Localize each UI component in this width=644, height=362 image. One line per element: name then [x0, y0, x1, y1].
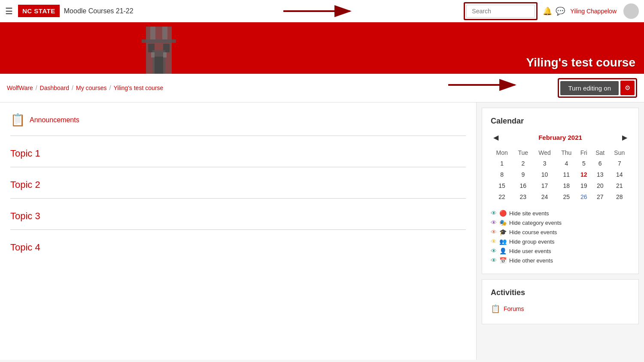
cal-day-17: 17 [533, 180, 556, 191]
hero-banner: Yiling's test course [0, 22, 644, 74]
calendar-next-btn[interactable]: ▶ [620, 133, 630, 142]
calendar-month-year: February 2021 [538, 134, 582, 141]
cal-day-9: 9 [513, 169, 533, 180]
search-input[interactable] [466, 5, 535, 18]
cal-header-thu: Thu [556, 148, 577, 158]
cal-day-19: 19 [577, 180, 591, 191]
cal-day-7: 7 [609, 158, 630, 169]
cal-day-13: 13 [591, 169, 609, 180]
activities-title: Activities [491, 288, 630, 297]
svg-rect-10 [163, 52, 167, 57]
site-title: Moodle Courses 21-22 [64, 7, 134, 15]
cal-legend-item-1[interactable]: 👁🎭Hide category events [491, 218, 630, 227]
cal-legend-type-icon-5: 📅 [499, 257, 507, 264]
main-content: 📋 Announcements Topic 1 Topic 2 Topic 3 … [0, 103, 644, 360]
cal-day-14: 14 [609, 169, 630, 180]
cal-legend-eye-5: 👁 [491, 257, 497, 264]
cal-legend-item-2[interactable]: 👁🎓Hide course events [491, 227, 630, 237]
cal-day-11: 11 [556, 169, 577, 180]
course-content: 📋 Announcements Topic 1 Topic 2 Topic 3 … [0, 103, 477, 360]
cal-day-21: 21 [609, 180, 630, 191]
cal-legend-item-5[interactable]: 👁📅Hide other events [491, 256, 630, 265]
gear-settings-button[interactable]: ⚙ [620, 81, 635, 95]
topic-title-3: Topic 3 [10, 211, 40, 221]
turn-editing-button[interactable]: Turn editing on [560, 81, 619, 95]
calendar-widget: Calendar ◀ February 2021 ▶ Mon Tue Wed T… [482, 108, 639, 274]
cal-legend-type-icon-3: 👥 [499, 238, 507, 245]
user-name[interactable]: Yiling Chappelow [570, 8, 617, 15]
cal-legend-type-icon-0: 🔴 [499, 210, 507, 217]
cal-day-28: 28 [609, 191, 630, 202]
search-box-wrapper [464, 2, 538, 20]
calendar-title: Calendar [491, 117, 630, 126]
breadcrumb-sep-1: / [36, 84, 37, 91]
cal-legend-label-1: Hide category events [509, 220, 562, 226]
breadcrumb: WolfWare / Dashboard / My courses / Yili… [7, 84, 163, 91]
calendar-table: Mon Tue Wed Thu Fri Sat Sun 123456789101… [491, 148, 630, 202]
cal-legend-eye-0: 👁 [491, 210, 497, 217]
cal-day-8: 8 [491, 169, 513, 180]
cal-day-2: 2 [513, 158, 533, 169]
svg-rect-11 [155, 57, 163, 74]
cal-day-27: 27 [591, 191, 609, 202]
turn-editing-wrapper: Turn editing on ⚙ [558, 78, 637, 98]
user-avatar[interactable] [623, 3, 639, 19]
navbar: ☰ NC STATE Moodle Courses 21-22 🔔 💬 Yili… [0, 0, 644, 22]
cal-day-10: 10 [533, 169, 556, 180]
cal-legend-label-3: Hide group events [509, 238, 555, 245]
cal-day-16: 16 [513, 180, 533, 191]
svg-rect-4 [150, 27, 155, 39]
calendar-nav: ◀ February 2021 ▶ [491, 133, 630, 142]
cal-legend-type-icon-2: 🎓 [499, 229, 507, 235]
activity-forums[interactable]: 📋 Forums [491, 302, 630, 315]
search-arrow-annotation [283, 2, 369, 21]
svg-rect-9 [151, 52, 155, 57]
announcements-link[interactable]: Announcements [30, 116, 79, 124]
cal-day-5: 5 [577, 158, 591, 169]
cal-day-22: 22 [491, 191, 513, 202]
cal-day-1: 1 [491, 158, 513, 169]
topic-item-1: Topic 1 [10, 136, 466, 167]
cal-day-26[interactable]: 26 [577, 191, 591, 202]
cal-legend-label-4: Hide user events [509, 248, 551, 254]
breadcrumb-sep-2: / [72, 84, 73, 91]
activities-widget: Activities 📋 Forums [482, 279, 639, 324]
edit-arrow-annotation [448, 75, 534, 94]
topic-title-2: Topic 2 [10, 179, 40, 190]
cal-header-fri: Fri [577, 148, 591, 158]
hamburger-menu[interactable]: ☰ [5, 6, 13, 16]
cal-legend-type-icon-1: 🎭 [499, 219, 507, 226]
cal-day-20: 20 [591, 180, 609, 191]
cal-header-sat: Sat [591, 148, 609, 158]
svg-rect-3 [142, 39, 176, 43]
topic-title-4: Topic 4 [10, 242, 40, 253]
announcements-section: 📋 Announcements [10, 113, 466, 136]
cal-legend-eye-4: 👁 [491, 247, 497, 254]
calendar-legend: 👁🔴Hide site events👁🎭Hide category events… [491, 208, 630, 265]
cal-legend-item-4[interactable]: 👁👤Hide user events [491, 246, 630, 256]
breadcrumb-dashboard[interactable]: Dashboard [40, 84, 70, 91]
breadcrumb-wolfware[interactable]: WolfWare [7, 84, 33, 91]
cal-legend-eye-1: 👁 [491, 219, 497, 226]
breadcrumb-sep-3: / [109, 84, 111, 91]
cal-header-mon: Mon [491, 148, 513, 158]
cal-day-24: 24 [533, 191, 556, 202]
cal-header-tue: Tue [513, 148, 533, 158]
editing-controls: Turn editing on ⚙ [558, 78, 637, 98]
notifications-icon[interactable]: 🔔 [543, 6, 552, 16]
messages-icon[interactable]: 💬 [556, 6, 565, 16]
topic-title-1: Topic 1 [10, 148, 40, 159]
cal-legend-eye-3: 👁 [491, 238, 497, 245]
cal-header-wed: Wed [533, 148, 556, 158]
forums-label: Forums [504, 305, 524, 312]
nav-icons: 🔔 💬 Yiling Chappelow [543, 3, 639, 19]
cal-legend-type-icon-4: 👤 [499, 247, 507, 254]
cal-legend-item-0[interactable]: 👁🔴Hide site events [491, 208, 630, 218]
calendar-prev-btn[interactable]: ◀ [491, 133, 501, 142]
cal-legend-item-3[interactable]: 👁👥Hide group events [491, 237, 630, 246]
cal-header-sun: Sun [609, 148, 630, 158]
cal-day-25: 25 [556, 191, 577, 202]
breadcrumb-mycourses[interactable]: My courses [76, 84, 107, 91]
breadcrumb-bar: WolfWare / Dashboard / My courses / Yili… [0, 74, 644, 103]
breadcrumb-course[interactable]: Yiling's test course [113, 84, 163, 91]
